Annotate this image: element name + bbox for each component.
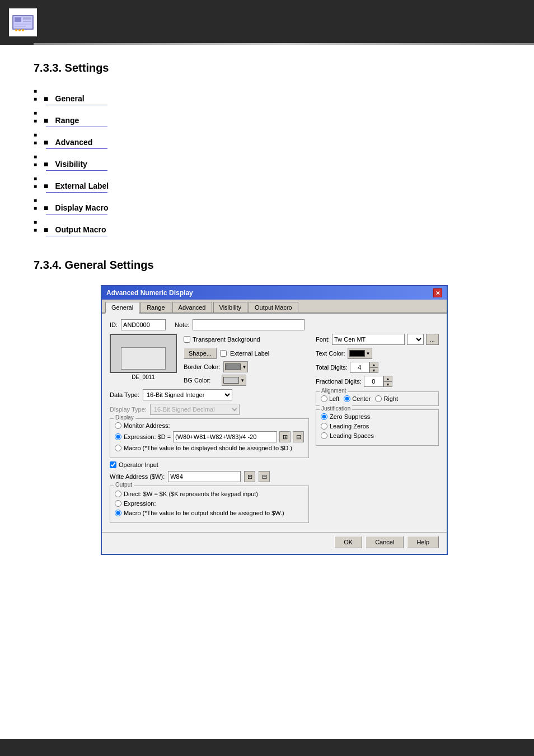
align-left-radio[interactable] — [321, 395, 327, 402]
tab-advanced[interactable]: Advanced — [172, 302, 212, 312]
dialog-title: Advanced Numeric Display — [106, 289, 193, 297]
text-color-swatch[interactable]: ▼ — [348, 348, 372, 359]
font-browse-button[interactable]: ... — [426, 334, 439, 345]
fractional-digits-label: Fractional Digits: — [316, 378, 362, 385]
monitor-address-row: Monitor Address: — [115, 422, 304, 429]
align-center-item: Center — [344, 395, 371, 402]
border-color-arrow-icon: ▼ — [242, 365, 246, 370]
bullet-output-macro: ■ — [44, 225, 48, 234]
list-item-display-macro: ■ Display Macro — [34, 197, 500, 214]
bg-color-block — [223, 377, 239, 384]
display-macro-label[interactable]: Display Macro — [55, 203, 109, 212]
svg-point-6 — [15, 29, 17, 31]
svg-rect-2 — [23, 17, 31, 20]
macro-label: Macro (*The value to be displayed should… — [124, 445, 292, 451]
preview-label: DE_0011 — [110, 374, 177, 380]
bg-color-label: BG Color: — [184, 377, 210, 384]
preview-inner — [121, 347, 166, 370]
monitor-address-label: Monitor Address: — [124, 422, 170, 429]
dialog-columns: DE_0011 Transparent Background Shape... — [110, 334, 439, 526]
preview-controls: Transparent Background Shape... External… — [184, 336, 269, 386]
visibility-underline — [46, 170, 107, 171]
align-center-radio[interactable] — [344, 395, 350, 402]
close-button[interactable]: ✕ — [433, 288, 442, 297]
data-type-row: Data Type: 16-Bit Signed Integer 16-Bit … — [110, 389, 309, 400]
list-item-range: ■ Range — [34, 110, 500, 127]
write-address-edit-icon[interactable]: ⊟ — [259, 471, 270, 482]
fractional-digits-down-icon[interactable]: ▼ — [383, 381, 392, 387]
svg-rect-5 — [15, 26, 26, 27]
tab-visibility[interactable]: Visibility — [213, 302, 248, 312]
general-label[interactable]: General — [55, 94, 85, 103]
leading-spaces-row: Leading Spaces — [321, 432, 434, 439]
font-label: Font: — [316, 336, 330, 343]
display-group: Display Monitor Address: Expression: $D … — [110, 418, 309, 458]
monitor-address-radio[interactable] — [115, 422, 121, 429]
fractional-digits-input[interactable] — [364, 376, 383, 387]
tab-general[interactable]: General — [105, 302, 139, 314]
expression-browse-icon[interactable]: ⊞ — [279, 431, 291, 442]
fractional-digits-row: Fractional Digits: ▲ ▼ — [316, 376, 439, 387]
font-row: Font: ... — [316, 334, 439, 345]
output-macro-label[interactable]: Output Macro — [55, 225, 106, 234]
visibility-label[interactable]: Visibility — [55, 160, 87, 169]
leading-spaces-radio[interactable] — [321, 432, 327, 439]
main-content: 7.3.3. Settings ■ General ■ Range ■ Adva… — [0, 45, 534, 594]
direct-output-row: Direct: $W = $K ($K represents the keypa… — [115, 491, 304, 497]
fractional-digits-spinbox: ▲ ▼ — [364, 376, 392, 387]
expression-out-label: Expression: — [124, 500, 156, 507]
operator-input-checkbox[interactable] — [110, 461, 116, 468]
data-type-select[interactable]: 16-Bit Signed Integer 16-Bit Unsigned In… — [143, 389, 232, 400]
preview-area: DE_0011 — [110, 334, 177, 386]
direct-label: Direct: $W = $K ($K represents the keypa… — [124, 491, 258, 497]
range-label[interactable]: Range — [55, 116, 79, 125]
total-digits-down-icon[interactable]: ▼ — [369, 367, 378, 373]
fractional-digits-up-icon[interactable]: ▲ — [383, 376, 392, 381]
macro-radio[interactable] — [115, 445, 121, 451]
alignment-group: Alignment Left Center — [316, 391, 439, 406]
leading-zeros-radio[interactable] — [321, 423, 327, 430]
align-right-label: Right — [383, 395, 398, 402]
align-left-item: Left — [321, 395, 339, 402]
display-type-label: Display Type: — [110, 406, 147, 413]
transparent-bg-label: Transparent Background — [193, 336, 260, 343]
total-digits-up-icon[interactable]: ▲ — [369, 362, 378, 367]
expression-edit-icon[interactable]: ⊟ — [293, 431, 304, 442]
font-input[interactable] — [332, 334, 405, 345]
shape-button[interactable]: Shape... — [184, 348, 217, 359]
expression-input[interactable] — [173, 431, 277, 442]
direct-radio[interactable] — [115, 491, 121, 497]
id-label: ID: — [110, 321, 118, 328]
bullet-range: ■ — [44, 116, 48, 125]
align-right-radio[interactable] — [375, 395, 382, 402]
external-label-label[interactable]: External Label — [55, 181, 109, 190]
write-address-browse-icon[interactable]: ⊞ — [244, 471, 255, 482]
expression-out-radio[interactable] — [115, 500, 121, 507]
expression-label: Expression: $D = — [124, 433, 171, 440]
transparent-bg-checkbox[interactable] — [184, 336, 190, 343]
id-input[interactable] — [121, 319, 166, 330]
write-address-input[interactable] — [168, 471, 241, 482]
zero-suppress-radio[interactable] — [321, 413, 327, 420]
total-digits-input[interactable] — [350, 362, 369, 373]
cancel-button[interactable]: Cancel — [366, 536, 404, 548]
ok-button[interactable]: OK — [334, 536, 362, 548]
align-right-item: Right — [375, 395, 398, 402]
external-label-checkbox[interactable] — [220, 350, 227, 357]
border-color-swatch[interactable]: ▼ — [223, 361, 248, 372]
advanced-label[interactable]: Advanced — [55, 138, 93, 147]
expression-row: Expression: $D = ⊞ ⊟ — [115, 431, 304, 442]
fractional-digits-btns: ▲ ▼ — [383, 376, 392, 387]
total-digits-label: Total Digits: — [316, 364, 348, 371]
tab-output-macro[interactable]: Output Macro — [249, 302, 298, 312]
dialog-tabs: General Range Advanced Visibility Output… — [102, 300, 447, 314]
alignment-title: Alignment — [320, 388, 348, 394]
text-color-block — [349, 350, 365, 357]
help-button[interactable]: Help — [407, 536, 439, 548]
macro-out-radio[interactable] — [115, 510, 121, 516]
bg-color-swatch[interactable]: ▼ — [222, 375, 246, 386]
tab-range[interactable]: Range — [140, 302, 171, 312]
font-size-select[interactable] — [407, 334, 423, 345]
note-input[interactable] — [193, 319, 305, 330]
expression-radio[interactable] — [115, 433, 121, 440]
